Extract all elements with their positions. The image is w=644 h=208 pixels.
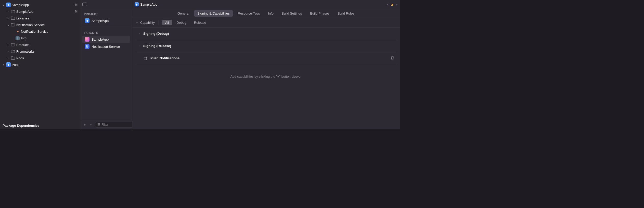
target-item-label: SampleApp	[92, 38, 109, 41]
tree-row-label: Frameworks	[16, 50, 78, 53]
capability-list: ›Signing (Debug)›Signing (Release)Push N…	[132, 28, 400, 129]
config-filter-pill[interactable]: All	[162, 20, 172, 25]
folder-icon	[11, 42, 15, 47]
settings-tab[interactable]: Resource Tags	[234, 10, 263, 17]
chevron-right-icon[interactable]: ›	[2, 63, 5, 66]
tree-row[interactable]: ›Frameworks	[0, 48, 80, 55]
tree-row-label: Products	[16, 43, 78, 47]
settings-tab[interactable]: Build Phases	[306, 10, 333, 17]
app-icon: ◆	[6, 3, 11, 7]
warning-icon[interactable]: ▲	[390, 2, 394, 6]
settings-tab[interactable]: General	[174, 10, 193, 17]
tree-row-label: Pods	[12, 63, 78, 67]
chevron-right-icon[interactable]: ›	[7, 43, 10, 46]
capability-row[interactable]: Push Notifications	[135, 52, 397, 64]
project-section-label: PROJECT	[80, 9, 132, 17]
capability-row[interactable]: ›Signing (Debug)	[135, 28, 397, 40]
tree-row-label: Pods	[16, 56, 78, 60]
add-capability-button[interactable]: ＋ Capability	[135, 20, 155, 25]
config-filter-pill[interactable]: Release	[191, 20, 209, 25]
plus-icon: ＋	[135, 20, 139, 25]
extension-target-icon: E	[85, 44, 89, 49]
tree-row-label: NotificationService	[21, 30, 78, 33]
config-filter-pill[interactable]: Debug	[174, 20, 189, 25]
editor-main: ◆ SampleApp ‹ ▲ › GeneralSigning & Capab…	[132, 0, 400, 129]
push-notifications-icon	[143, 56, 148, 61]
settings-tab[interactable]: Build Rules	[334, 10, 358, 17]
app-icon: ◆	[6, 62, 11, 67]
file-tree: ⌄◆SampleAppM›SampleAppM›Libraries⌄Notifi…	[0, 0, 80, 121]
tree-row[interactable]: ›Products	[0, 41, 80, 48]
app-target-icon	[85, 37, 89, 42]
target-item-label: Notification Service	[92, 45, 120, 49]
tree-row-label: Info	[21, 36, 78, 40]
chevron-right-icon[interactable]: ›	[7, 17, 10, 20]
folder-icon	[11, 22, 15, 27]
scm-status-badge: M	[75, 10, 78, 13]
capability-label: Signing (Debug)	[143, 32, 394, 36]
chevron-down-icon[interactable]: ⌄	[7, 24, 10, 26]
add-capabilities-hint: Add capabilities by clicking the "+" but…	[135, 64, 397, 89]
tree-row[interactable]: ›Libraries	[0, 15, 80, 21]
folder-icon	[11, 16, 15, 20]
nav-forward-button[interactable]: ›	[396, 2, 397, 6]
breadcrumb[interactable]: ◆ SampleApp	[135, 2, 157, 6]
swift-file-icon: ➤	[15, 29, 20, 34]
settings-tabs: GeneralSigning & CapabilitiesResource Ta…	[132, 9, 400, 18]
tree-row[interactable]: Info	[0, 35, 80, 41]
targets-outline: PROJECT ◆ SampleApp TARGETS SampleAppENo…	[80, 0, 132, 129]
nav-back-button[interactable]: ‹	[387, 2, 389, 6]
chevron-right-icon[interactable]: ›	[138, 32, 141, 35]
target-item[interactable]: SampleApp	[82, 36, 130, 43]
delete-capability-button[interactable]	[391, 56, 394, 61]
chevron-right-icon[interactable]: ›	[7, 10, 10, 13]
chevron-down-icon[interactable]: ⌄	[2, 4, 5, 6]
tree-row[interactable]: ⌄◆SampleAppM	[0, 2, 80, 8]
chevron-right-icon[interactable]: ›	[138, 44, 141, 47]
package-dependencies-header[interactable]: Package Dependencies	[0, 121, 80, 129]
breadcrumb-bar: ◆ SampleApp ‹ ▲ ›	[132, 0, 400, 9]
settings-tab[interactable]: Signing & Capabilities	[194, 10, 233, 17]
add-target-button[interactable]: ＋	[83, 122, 86, 127]
breadcrumb-project: SampleApp	[140, 3, 157, 6]
outline-header	[80, 0, 132, 9]
tree-row[interactable]: ➤NotificationService	[0, 28, 80, 35]
filter-icon: ☰	[97, 123, 100, 126]
tree-row-label: Libraries	[16, 16, 78, 20]
settings-tab[interactable]: Build Settings	[278, 10, 306, 17]
app-icon: ◆	[135, 2, 139, 6]
outline-footer: ＋ － ☰	[80, 120, 132, 129]
tree-row[interactable]: ⌄Notification Service	[0, 21, 80, 28]
capability-toolbar: ＋ Capability AllDebugRelease	[132, 18, 400, 28]
scm-status-badge: M	[75, 3, 78, 7]
tree-row[interactable]: ›Pods	[0, 55, 80, 61]
folder-icon	[11, 9, 15, 14]
chevron-right-icon[interactable]: ›	[7, 57, 10, 60]
svg-point-5	[146, 56, 147, 57]
capability-row[interactable]: ›Signing (Release)	[135, 40, 397, 52]
add-capability-label: Capability	[140, 21, 155, 25]
tree-row[interactable]: ›◆Pods	[0, 61, 80, 68]
settings-tab[interactable]: Info	[264, 10, 277, 17]
tree-row-label: SampleApp	[12, 3, 74, 7]
app-icon: ◆	[85, 18, 89, 23]
tree-row-label: Notification Service	[16, 23, 78, 27]
folder-icon	[11, 49, 15, 54]
project-item[interactable]: ◆ SampleApp	[82, 17, 130, 24]
plist-file-icon	[15, 36, 20, 40]
tree-row[interactable]: ›SampleAppM	[0, 8, 80, 15]
targets-section-label: TARGETS	[80, 28, 132, 36]
remove-target-button[interactable]: －	[89, 122, 93, 127]
chevron-right-icon[interactable]: ›	[7, 50, 10, 53]
capability-label: Signing (Release)	[143, 44, 394, 48]
folder-icon	[11, 56, 15, 60]
target-item[interactable]: ENotification Service	[82, 43, 130, 50]
capability-label: Push Notifications	[150, 56, 388, 60]
project-navigator: ⌄◆SampleAppM›SampleAppM›Libraries⌄Notifi…	[0, 0, 80, 129]
toggle-sidebar-icon[interactable]	[82, 3, 87, 6]
project-item-label: SampleApp	[92, 19, 109, 23]
tree-row-label: SampleApp	[16, 10, 74, 14]
